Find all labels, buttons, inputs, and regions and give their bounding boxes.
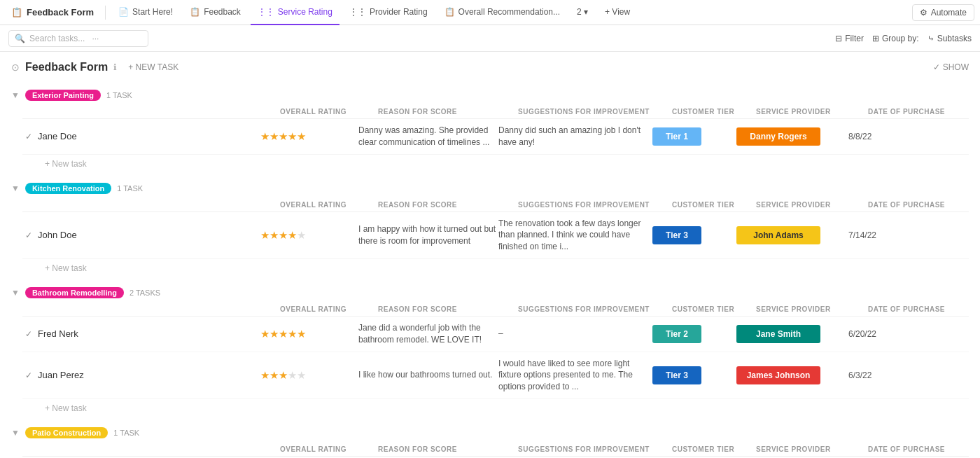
collapse-toggle[interactable]: ⊙ — [11, 62, 20, 73]
tab-start-here[interactable]: 📄 Start Here! — [111, 0, 180, 25]
group-toggle-3[interactable]: ▼ — [11, 428, 20, 438]
group-1: ▼ Kitchen Renovation 1 TASK OVERALL RATI… — [11, 179, 969, 277]
tier-badge: Tier 3 — [652, 226, 701, 244]
group-0: ▼ Exterior Painting 1 TASK OVERALL RATIN… — [11, 85, 969, 173]
new-task-row-0[interactable]: + New task — [22, 155, 969, 173]
col-date-of-purchase: DATE OF PURCHASE — [868, 305, 959, 313]
star-filled: ★ — [279, 369, 288, 381]
star-filled: ★ — [270, 130, 279, 142]
doc2-icon: 📋 — [444, 7, 455, 17]
col-task-name — [42, 445, 280, 453]
col-reason-for-score: REASON FOR SCORE — [378, 201, 518, 209]
more-icon[interactable]: ··· — [92, 34, 99, 43]
group-header-0: ▼ Exterior Painting 1 TASK — [11, 85, 969, 105]
date-cell: 8/8/22 — [848, 132, 939, 141]
provider-badge: James Johnson — [736, 366, 820, 384]
search-input[interactable]: Search tasks... — [29, 34, 85, 43]
suggestions-cell: Danny did such an amazing job I don't ha… — [498, 125, 652, 148]
info-icon: ℹ — [113, 62, 117, 72]
col-suggestions-for-improvement: SUGGESTIONS FOR IMPROVEMENT — [518, 108, 672, 116]
app-icon: 📋 — [11, 7, 22, 18]
star-filled: ★ — [288, 229, 297, 241]
group-label-2[interactable]: Bathroom Remodelling — [25, 287, 124, 298]
col-suggestions-for-improvement: SUGGESTIONS FOR IMPROVEMENT — [518, 445, 672, 453]
filter-button[interactable]: ⊟ Filter — [835, 34, 864, 43]
star-filled: ★ — [260, 130, 270, 142]
star-filled: ★ — [260, 369, 270, 381]
tier-badge: Tier 3 — [652, 366, 701, 384]
tab-service-rating[interactable]: ⋮⋮ Service Rating — [251, 0, 340, 25]
date-cell: 7/14/22 — [848, 230, 939, 240]
group-toggle-1[interactable]: ▼ — [11, 183, 20, 193]
tier-cell: Tier 3 — [652, 366, 736, 384]
group-3: ▼ Patio Construction 1 TASK OVERALL RATI… — [11, 423, 969, 458]
star-filled: ★ — [297, 130, 306, 142]
provider-badge: Jane Smith — [736, 325, 820, 343]
star-filled: ★ — [288, 130, 297, 142]
star-filled: ★ — [260, 328, 270, 340]
tab-feedback[interactable]: 📋 Feedback — [183, 0, 248, 25]
feedback-icon: 📋 — [190, 7, 200, 17]
task-name-cell: ✓ John Doe — [22, 230, 260, 240]
provider-badge: John Adams — [736, 226, 820, 244]
col-task-name — [42, 305, 280, 313]
show-button[interactable]: ✓ SHOW — [933, 62, 969, 72]
group-label-3[interactable]: Patio Construction — [25, 427, 108, 438]
rating-cell: ★★★★★ — [260, 328, 358, 340]
col-customer-tier: CUSTOMER TIER — [672, 108, 756, 116]
group-header-3: ▼ Patio Construction 1 TASK — [11, 423, 969, 443]
task-name[interactable]: John Doe — [38, 230, 77, 240]
group-by-button[interactable]: ⊞ Group by: — [872, 34, 919, 43]
top-navigation: 📋 Feedback Form 📄 Start Here! 📋 Feedback… — [0, 0, 980, 25]
search-box[interactable]: 🔍 Search tasks... ··· — [8, 30, 148, 47]
col-customer-tier: CUSTOMER TIER — [672, 305, 756, 313]
new-task-button[interactable]: + NEW TASK — [122, 60, 184, 74]
reason-cell: Jane did a wonderful job with the bathro… — [358, 322, 498, 346]
col-suggestions-for-improvement: SUGGESTIONS FOR IMPROVEMENT — [518, 201, 672, 209]
list2-icon: ⋮⋮ — [349, 7, 366, 17]
tab-count[interactable]: 2 ▾ — [570, 0, 595, 25]
task-name-cell: ✓ Juan Perez — [22, 370, 260, 380]
task-name[interactable]: Juan Perez — [38, 370, 84, 380]
star-empty: ★ — [297, 369, 306, 381]
tab-add-view[interactable]: + View — [598, 0, 637, 25]
task-name[interactable]: Jane Doe — [38, 131, 77, 141]
col-overall-rating: OVERALL RATING — [280, 445, 378, 453]
group-toggle-2[interactable]: ▼ — [11, 288, 20, 298]
new-task-row-2[interactable]: + New task — [22, 399, 969, 417]
tier-badge: Tier 1 — [652, 127, 701, 146]
tab-overall-recommendation[interactable]: 📋 Overall Recommendation... — [438, 0, 567, 25]
provider-cell: Danny Rogers — [736, 127, 848, 146]
suggestions-cell: – — [498, 328, 652, 340]
check-icon[interactable]: ✓ — [25, 132, 32, 141]
star-filled: ★ — [270, 328, 279, 340]
col-overall-rating: OVERALL RATING — [280, 108, 378, 116]
check-icon[interactable]: ✓ — [25, 329, 32, 339]
reason-cell: I am happy with how it turned out but th… — [358, 223, 498, 247]
task-name[interactable]: Fred Nerk — [38, 328, 78, 339]
group-toggle-0[interactable]: ▼ — [11, 90, 20, 100]
automate-button[interactable]: ⚙ Automate — [912, 4, 974, 21]
col-task-name — [42, 108, 280, 116]
document-icon: 📄 — [118, 7, 129, 17]
group-label-0[interactable]: Exterior Painting — [25, 90, 101, 101]
check-icon[interactable]: ✓ — [25, 230, 32, 240]
table-row: ✓ John Doe ★★★★★ I am happy with how it … — [22, 212, 969, 259]
date-cell: 6/20/22 — [848, 329, 939, 339]
toolbar-actions: ⊟ Filter ⊞ Group by: ⤷ Subtasks — [835, 34, 972, 43]
tier-cell: Tier 1 — [652, 127, 736, 146]
table-row: ✓ Fred Nerk ★★★★★ Jane did a wonderful j… — [22, 317, 969, 352]
check-icon[interactable]: ✓ — [25, 370, 32, 380]
subtasks-button[interactable]: ⤷ Subtasks — [927, 34, 972, 43]
table-3: OVERALL RATINGREASON FOR SCORESUGGESTION… — [22, 443, 969, 458]
col-service-provider: SERVICE PROVIDER — [756, 108, 868, 116]
table-row: ✓ Juan Perez ★★★★★ I like how our bathro… — [22, 352, 969, 399]
automate-icon: ⚙ — [920, 8, 927, 18]
new-task-row-1[interactable]: + New task — [22, 259, 969, 277]
tab-provider-rating[interactable]: ⋮⋮ Provider Rating — [342, 0, 435, 25]
group-header-1: ▼ Kitchen Renovation 1 TASK — [11, 179, 969, 198]
search-icon: 🔍 — [15, 34, 25, 43]
group-label-1[interactable]: Kitchen Renovation — [25, 183, 111, 194]
suggestions-cell: The renovation took a few days longer th… — [498, 218, 652, 253]
app-title: 📋 Feedback Form — [6, 7, 99, 18]
